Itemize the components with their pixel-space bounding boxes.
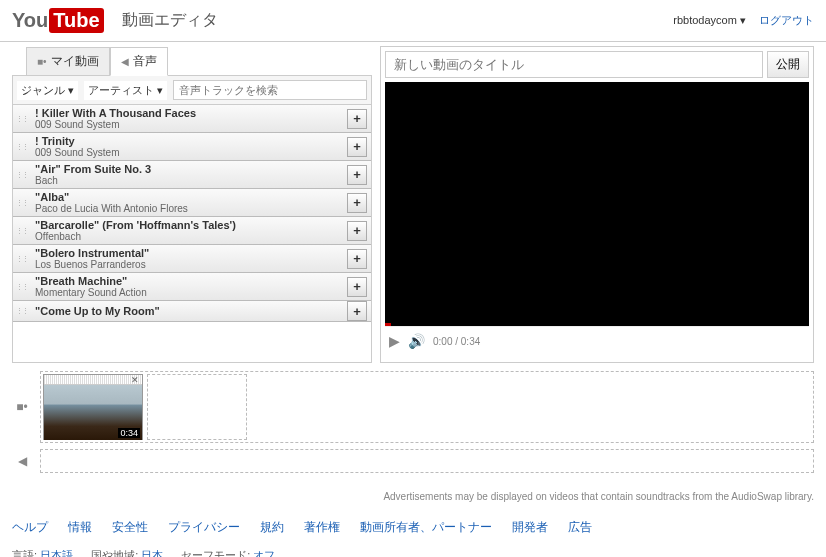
- add-track-button[interactable]: +: [347, 193, 367, 213]
- track-row[interactable]: ⋮⋮"Barcarolle" (From 'Hoffmann's Tales')…: [13, 217, 371, 245]
- add-track-button[interactable]: +: [347, 109, 367, 129]
- video-track-icon: ■•: [12, 400, 32, 414]
- header: You Tube 動画エディタ rbbtodaycom ▾ ログアウト: [0, 0, 826, 42]
- speaker-icon: ◀: [121, 56, 129, 67]
- video-icon: ■•: [37, 56, 47, 67]
- footer-link[interactable]: 広告: [568, 519, 592, 536]
- track-row[interactable]: ⋮⋮"Alba"Paco de Lucia With Antonio Flore…: [13, 189, 371, 217]
- audio-track[interactable]: [40, 449, 814, 473]
- track-row[interactable]: ⋮⋮"Come Up to My Room"+: [13, 301, 371, 322]
- add-track-button[interactable]: +: [347, 165, 367, 185]
- preview-panel: 公開 ▶ 🔊 0:00 / 0:34: [380, 46, 814, 363]
- drag-handle-icon[interactable]: ⋮⋮: [13, 301, 31, 321]
- clip-thumbnail: 0:34: [44, 385, 142, 440]
- chevron-down-icon: ▾: [157, 84, 163, 97]
- logo-you: You: [12, 9, 48, 32]
- drag-handle-icon[interactable]: ⋮⋮: [13, 189, 31, 216]
- drag-handle-icon[interactable]: ⋮⋮: [13, 273, 31, 300]
- drag-handle-icon[interactable]: ⋮⋮: [13, 245, 31, 272]
- track-row[interactable]: ⋮⋮! Trinity009 Sound System+: [13, 133, 371, 161]
- genre-dropdown[interactable]: ジャンル ▾: [17, 81, 78, 100]
- audioswap-disclosure: Advertisements may be displayed on video…: [0, 487, 826, 506]
- footer-link[interactable]: 規約: [260, 519, 284, 536]
- media-tabs: ■• マイ動画 ◀ 音声: [12, 47, 372, 76]
- track-row[interactable]: ⋮⋮"Bolero Instrumental"Los Buenos Parran…: [13, 245, 371, 273]
- play-button[interactable]: ▶: [389, 333, 400, 349]
- header-user-area: rbbtodaycom ▾ ログアウト: [673, 13, 814, 28]
- footer-settings: 言語: 日本語 国や地域: 日本 セーフモード: オフ: [12, 548, 814, 557]
- tab-my-videos[interactable]: ■• マイ動画: [26, 47, 110, 76]
- add-track-button[interactable]: +: [347, 249, 367, 269]
- logo-tube: Tube: [49, 8, 103, 33]
- track-row[interactable]: ⋮⋮"Breath Machine"Momentary Sound Action…: [13, 273, 371, 301]
- timeline: ■• ✕ 0:34 ◀: [0, 363, 826, 487]
- playback-time: 0:00 / 0:34: [433, 336, 480, 347]
- page-title: 動画エディタ: [122, 10, 218, 31]
- audio-track-icon: ◀: [12, 454, 32, 468]
- video-preview[interactable]: [385, 82, 809, 326]
- footer-link[interactable]: 動画所有者、パートナー: [360, 519, 492, 536]
- player-controls: ▶ 🔊 0:00 / 0:34: [385, 326, 809, 355]
- language-selector[interactable]: 日本語: [40, 549, 73, 557]
- chevron-down-icon: ▾: [68, 84, 74, 97]
- clip-drop-target[interactable]: [147, 374, 247, 440]
- add-track-button[interactable]: +: [347, 301, 367, 321]
- artist-dropdown[interactable]: アーティスト ▾: [84, 81, 167, 100]
- drag-handle-icon[interactable]: ⋮⋮: [13, 105, 31, 132]
- footer-link[interactable]: プライバシー: [168, 519, 240, 536]
- footer-link[interactable]: 情報: [68, 519, 92, 536]
- volume-button[interactable]: 🔊: [408, 333, 425, 349]
- clip-duration: 0:34: [118, 428, 140, 438]
- footer-links: ヘルプ 情報 安全性 プライバシー 規約 著作権 動画所有者、パートナー 開発者…: [12, 519, 814, 536]
- logout-link[interactable]: ログアウト: [759, 14, 814, 26]
- youtube-logo[interactable]: You Tube: [12, 8, 104, 33]
- media-panel: ■• マイ動画 ◀ 音声 ジャンル ▾ アーティスト ▾ ⋮⋮! Killer …: [12, 46, 372, 363]
- footer: ヘルプ 情報 安全性 プライバシー 規約 著作権 動画所有者、パートナー 開発者…: [0, 506, 826, 557]
- footer-link[interactable]: 開発者: [512, 519, 548, 536]
- drag-handle-icon[interactable]: ⋮⋮: [13, 217, 31, 244]
- safemode-selector[interactable]: オフ: [253, 549, 275, 557]
- remove-clip-button[interactable]: ✕: [128, 375, 142, 385]
- add-track-button[interactable]: +: [347, 277, 367, 297]
- publish-button[interactable]: 公開: [767, 51, 809, 78]
- drag-handle-icon[interactable]: ⋮⋮: [13, 133, 31, 160]
- tab-audio[interactable]: ◀ 音声: [110, 47, 168, 76]
- video-title-input[interactable]: [385, 51, 763, 78]
- video-track[interactable]: ✕ 0:34: [40, 371, 814, 443]
- add-track-button[interactable]: +: [347, 137, 367, 157]
- region-selector[interactable]: 日本: [141, 549, 163, 557]
- footer-link[interactable]: ヘルプ: [12, 519, 48, 536]
- audio-search-input[interactable]: [173, 80, 367, 100]
- audio-track-list[interactable]: ⋮⋮! Killer With A Thousand Faces009 Soun…: [12, 105, 372, 363]
- username-menu[interactable]: rbbtodaycom ▾: [673, 14, 746, 26]
- footer-link[interactable]: 安全性: [112, 519, 148, 536]
- video-clip[interactable]: ✕ 0:34: [43, 374, 143, 440]
- add-track-button[interactable]: +: [347, 221, 367, 241]
- track-row[interactable]: ⋮⋮! Killer With A Thousand Faces009 Soun…: [13, 105, 371, 133]
- audio-filter-bar: ジャンル ▾ アーティスト ▾: [12, 75, 372, 105]
- drag-handle-icon[interactable]: ⋮⋮: [13, 161, 31, 188]
- footer-link[interactable]: 著作権: [304, 519, 340, 536]
- track-row[interactable]: ⋮⋮"Air" From Suite No. 3Bach+: [13, 161, 371, 189]
